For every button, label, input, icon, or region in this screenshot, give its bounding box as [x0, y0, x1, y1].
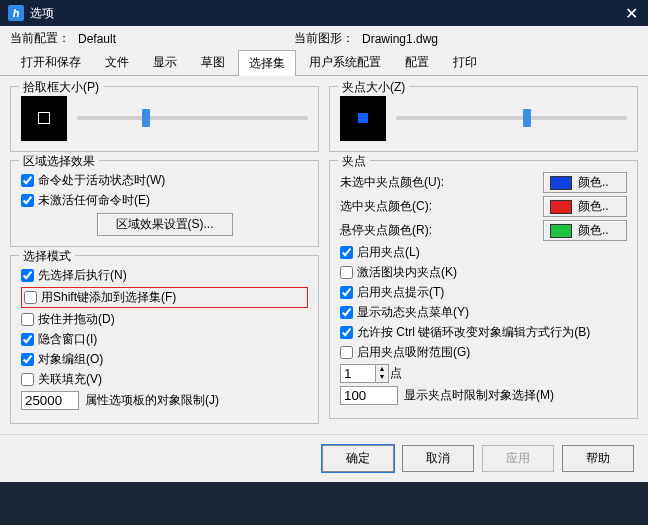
chk-object-group[interactable]: 对象编组(O): [21, 351, 308, 368]
ok-button[interactable]: 确定: [322, 445, 394, 472]
hover-color-label: 悬停夹点颜色(R):: [340, 222, 537, 239]
chk-ctrl-cycle[interactable]: 允许按 Ctrl 键循环改变对象编辑方式行为(B): [340, 324, 627, 341]
snap-points-spinner[interactable]: ▲▼: [340, 364, 384, 383]
pickbox-slider[interactable]: [77, 116, 308, 120]
config-label: 当前配置：: [10, 30, 70, 47]
chk-implied-window[interactable]: 隐含窗口(I): [21, 331, 308, 348]
tab-plot[interactable]: 打印: [442, 49, 488, 75]
cancel-button[interactable]: 取消: [402, 445, 474, 472]
gripsize-slider[interactable]: [396, 116, 627, 120]
chk-enable-grips[interactable]: 启用夹点(L): [340, 244, 627, 261]
drawing-label: 当前图形：: [294, 30, 354, 47]
property-limit-label: 属性选项板的对象限制(J): [85, 392, 219, 409]
tab-display[interactable]: 显示: [142, 49, 188, 75]
group-pickbox: 拾取框大小(P): [10, 86, 319, 152]
group-mode: 选择模式 先选择后执行(N) 用Shift键添加到选择集(F) 按住并拖动(D)…: [10, 255, 319, 424]
region-settings-button[interactable]: 区域效果设置(S)...: [97, 213, 233, 236]
hover-color-button[interactable]: 颜色..: [543, 220, 627, 241]
chk-active-cmd[interactable]: 命令处于活动状态时(W): [21, 172, 308, 189]
config-value: Default: [78, 32, 238, 46]
chk-assoc-hatch[interactable]: 关联填充(V): [21, 371, 308, 388]
spin-up-icon[interactable]: ▲: [376, 365, 388, 373]
pickbox-preview: [21, 95, 67, 141]
chk-grip-tips[interactable]: 启用夹点提示(T): [340, 284, 627, 301]
sel-color-button[interactable]: 颜色..: [543, 196, 627, 217]
app-icon: h: [8, 5, 24, 21]
chk-press-drag[interactable]: 按住并拖动(D): [21, 311, 308, 328]
tab-profiles[interactable]: 配置: [394, 49, 440, 75]
tab-selection[interactable]: 选择集: [238, 50, 296, 76]
window-title: 选项: [30, 5, 54, 22]
footer: 确定 取消 应用 帮助: [0, 434, 648, 482]
chk-snap-range[interactable]: 启用夹点吸附范围(G): [340, 344, 627, 361]
drawing-value: Drawing1.dwg: [362, 32, 522, 46]
mode-title: 选择模式: [19, 248, 75, 265]
grips-title: 夹点: [338, 153, 370, 170]
unsel-color-label: 未选中夹点颜色(U):: [340, 174, 537, 191]
titlebar: h 选项 ✕: [0, 0, 648, 26]
chk-noun-verb[interactable]: 先选择后执行(N): [21, 267, 308, 284]
group-grips: 夹点 未选中夹点颜色(U): 颜色.. 选中夹点颜色(C): 颜色.. 悬停夹点…: [329, 160, 638, 419]
chk-shift-add[interactable]: 用Shift键添加到选择集(F): [21, 287, 308, 308]
chk-grips-in-block[interactable]: 激活图块内夹点(K): [340, 264, 627, 281]
group-region: 区域选择效果 命令处于活动状态时(W) 未激活任何命令时(E) 区域效果设置(S…: [10, 160, 319, 247]
snap-points-label: 点: [390, 365, 402, 382]
grip-limit-input[interactable]: [340, 386, 398, 405]
help-button[interactable]: 帮助: [562, 445, 634, 472]
group-gripsize: 夹点大小(Z): [329, 86, 638, 152]
tab-open-save[interactable]: 打开和保存: [10, 49, 92, 75]
close-icon[interactable]: ✕: [625, 4, 638, 23]
tab-bar: 打开和保存 文件 显示 草图 选择集 用户系统配置 配置 打印: [0, 49, 648, 76]
pickbox-title: 拾取框大小(P): [19, 79, 103, 96]
apply-button[interactable]: 应用: [482, 445, 554, 472]
chk-dyn-menu[interactable]: 显示动态夹点菜单(Y): [340, 304, 627, 321]
grip-limit-label: 显示夹点时限制对象选择(M): [404, 387, 554, 404]
sel-color-label: 选中夹点颜色(C):: [340, 198, 537, 215]
region-title: 区域选择效果: [19, 153, 99, 170]
gripsize-title: 夹点大小(Z): [338, 79, 409, 96]
config-row: 当前配置： Default 当前图形： Drawing1.dwg: [0, 26, 648, 49]
property-limit-input[interactable]: [21, 391, 79, 410]
tab-files[interactable]: 文件: [94, 49, 140, 75]
tab-user-prefs[interactable]: 用户系统配置: [298, 49, 392, 75]
gripsize-preview: [340, 95, 386, 141]
chk-no-cmd[interactable]: 未激活任何命令时(E): [21, 192, 308, 209]
unsel-color-button[interactable]: 颜色..: [543, 172, 627, 193]
spin-down-icon[interactable]: ▼: [376, 373, 388, 381]
tab-drafting[interactable]: 草图: [190, 49, 236, 75]
